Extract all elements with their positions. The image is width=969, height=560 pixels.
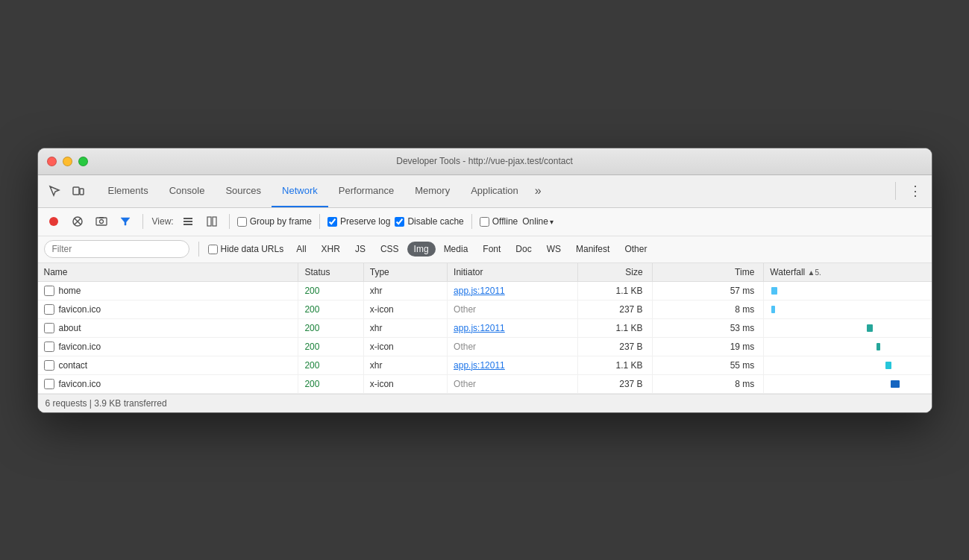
offline-label: Offline	[492, 216, 518, 227]
col-header-name[interactable]: Name	[38, 263, 298, 282]
more-tabs-button[interactable]: »	[529, 184, 548, 198]
table-row[interactable]: favicon.ico 200x-iconOther237 B8 ms	[38, 374, 932, 393]
row-time: 53 ms	[652, 318, 764, 337]
compact-view-button[interactable]	[202, 212, 222, 231]
row-checkbox[interactable]	[44, 286, 54, 296]
row-type: x-icon	[363, 337, 447, 356]
status-text: 6 requests | 3.9 KB transferred	[46, 398, 167, 409]
col-header-initiator[interactable]: Initiator	[448, 263, 578, 282]
initiator-link[interactable]: app.js:12011	[454, 286, 505, 296]
filter-btn-other[interactable]: Other	[618, 242, 653, 257]
filter-btn-all[interactable]: All	[289, 242, 313, 257]
row-time: 19 ms	[652, 337, 764, 356]
svg-rect-14	[213, 217, 216, 226]
titlebar: Developer Tools - http://vue-pjax.test/c…	[38, 148, 932, 175]
tab-performance[interactable]: Performance	[328, 175, 404, 207]
svg-rect-11	[184, 221, 192, 222]
main-tabs: Elements Console Sources Network Perform…	[98, 175, 892, 207]
filter-btn-font[interactable]: Font	[476, 242, 507, 257]
svg-rect-0	[73, 187, 79, 195]
initiator-link[interactable]: app.js:12011	[454, 323, 505, 333]
filter-input[interactable]	[44, 240, 189, 258]
row-checkbox[interactable]	[44, 360, 54, 371]
row-checkbox[interactable]	[44, 379, 54, 389]
col-header-type[interactable]: Type	[363, 263, 447, 282]
row-type: x-icon	[363, 300, 447, 318]
row-checkbox[interactable]	[44, 323, 54, 333]
tab-sources[interactable]: Sources	[215, 175, 272, 207]
disable-cache-label: Disable cache	[407, 216, 463, 227]
row-initiator: Other	[448, 337, 578, 356]
filter-btn-doc[interactable]: Doc	[509, 242, 538, 257]
network-table: Name Status Type Initiator Size Time Wat…	[38, 263, 932, 394]
row-checkbox[interactable]	[44, 304, 54, 315]
row-initiator[interactable]: app.js:12011	[448, 356, 578, 374]
table-row[interactable]: contact 200xhrapp.js:120111.1 KB55 ms	[38, 356, 932, 374]
svg-point-2	[49, 217, 58, 226]
col-header-time[interactable]: Time	[652, 263, 764, 282]
row-initiator[interactable]: app.js:12011	[448, 281, 578, 300]
table-row[interactable]: favicon.ico 200x-iconOther237 B8 ms	[38, 300, 932, 318]
record-button[interactable]	[44, 212, 63, 231]
row-waterfall	[764, 337, 932, 356]
separator-4	[471, 214, 472, 229]
row-initiator[interactable]: app.js:12011	[448, 318, 578, 337]
col-header-status[interactable]: Status	[298, 263, 363, 282]
filter-btn-xhr[interactable]: XHR	[315, 242, 347, 257]
screenshot-button[interactable]	[92, 212, 111, 231]
row-time: 55 ms	[652, 356, 764, 374]
svg-point-7	[99, 220, 103, 224]
svg-rect-13	[207, 217, 211, 226]
row-name: favicon.ico	[59, 342, 101, 352]
status-bar: 6 requests | 3.9 KB transferred	[38, 394, 932, 412]
row-checkbox[interactable]	[44, 342, 54, 352]
svg-marker-9	[121, 218, 130, 225]
tab-console[interactable]: Console	[159, 175, 216, 207]
col-header-size[interactable]: Size	[577, 263, 652, 282]
device-toggle-icon[interactable]	[68, 180, 89, 201]
table-row[interactable]: about 200xhrapp.js:120111.1 KB53 ms	[38, 318, 932, 337]
row-size: 237 B	[577, 337, 652, 356]
table-row[interactable]: favicon.ico 200x-iconOther237 B19 ms	[38, 337, 932, 356]
tab-memory[interactable]: Memory	[404, 175, 460, 207]
row-status: 200	[298, 300, 363, 318]
svg-rect-10	[184, 218, 192, 219]
table-row[interactable]: home 200xhrapp.js:120111.1 KB57 ms	[38, 281, 932, 300]
row-waterfall	[764, 300, 932, 318]
initiator-link[interactable]: app.js:12011	[454, 360, 505, 371]
traffic-lights	[47, 157, 88, 166]
tab-elements[interactable]: Elements	[98, 175, 159, 207]
initiator-text: Other	[454, 379, 476, 389]
sort-arrow-icon: ▲5.	[808, 268, 821, 277]
disable-cache-checkbox[interactable]	[395, 217, 404, 227]
filter-btn-js[interactable]: JS	[348, 242, 372, 257]
preserve-log-checkbox[interactable]	[327, 217, 337, 227]
tab-network[interactable]: Network	[272, 175, 328, 207]
inspect-icon[interactable]	[44, 180, 65, 201]
row-size: 1.1 KB	[577, 281, 652, 300]
online-dropdown[interactable]: Online ▾	[522, 216, 554, 227]
filter-btn-img[interactable]: Img	[407, 242, 436, 257]
svg-rect-8	[99, 217, 104, 218]
list-view-button[interactable]	[178, 212, 198, 231]
chevron-down-icon: ▾	[550, 218, 554, 226]
settings-icon[interactable]: ⋮	[905, 180, 926, 201]
filter-icon-button[interactable]	[116, 212, 135, 231]
group-by-frame-label: Group by frame	[250, 216, 312, 227]
filter-btn-css[interactable]: CSS	[374, 242, 406, 257]
preserve-log-label: Preserve log	[340, 216, 390, 227]
filter-btn-manifest[interactable]: Manifest	[569, 242, 616, 257]
offline-checkbox[interactable]	[480, 217, 489, 227]
maximize-button[interactable]	[78, 157, 88, 166]
filter-btn-media[interactable]: Media	[437, 242, 475, 257]
minimize-button[interactable]	[63, 157, 72, 166]
clear-button[interactable]	[68, 212, 87, 231]
tab-application[interactable]: Application	[460, 175, 529, 207]
hide-data-urls-checkbox[interactable]	[208, 245, 218, 254]
row-name: contact	[59, 360, 88, 371]
col-header-waterfall[interactable]: Waterfall ▲5.	[764, 263, 932, 282]
filter-btn-ws[interactable]: WS	[540, 242, 568, 257]
group-by-frame-checkbox[interactable]	[237, 217, 247, 227]
menu-dots: ⋮	[909, 183, 921, 199]
close-button[interactable]	[47, 157, 57, 166]
